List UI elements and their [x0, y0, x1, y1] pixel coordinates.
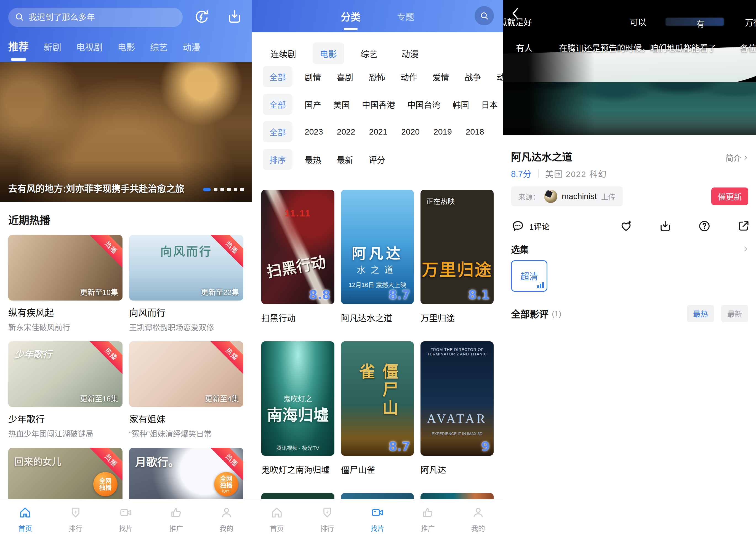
filter-year-all[interactable]: 全部 [263, 121, 293, 142]
show-card[interactable]: 热播 更新至10集 纵有疾风起 靳东宋佳破风前行 [8, 235, 123, 332]
chip-anime[interactable]: 动漫 [394, 43, 426, 64]
nav-promote[interactable]: 推广 [151, 499, 201, 536]
request-update-button[interactable]: 催更新 [711, 187, 748, 205]
movie-card[interactable]: 正在热映 万里归途 8.1 万里归途 [420, 190, 494, 324]
filter-option[interactable]: 动作 [401, 71, 417, 83]
movie-card[interactable]: 僵尸山雀 8.7 僵尸山雀 [341, 341, 414, 475]
comment-count[interactable]: 1评论 [529, 220, 550, 232]
tab-movies[interactable]: 电影 [118, 40, 135, 53]
filter-option[interactable]: 2020 [401, 127, 420, 137]
nav-promote[interactable]: 推广 [403, 499, 453, 536]
banner-dot[interactable] [227, 188, 231, 191]
search-icon[interactable] [475, 6, 494, 25]
nav-home[interactable]: 首页 [0, 499, 50, 536]
filter-option[interactable]: 2021 [369, 127, 388, 137]
favorite-heart-icon[interactable] [619, 219, 633, 233]
help-question-icon[interactable] [698, 219, 711, 233]
chip-variety[interactable]: 综艺 [353, 43, 385, 64]
uploader-box[interactable]: 来源： machinist 上传 [511, 186, 623, 206]
intro-link[interactable]: 简介 [726, 152, 749, 163]
episodes-row[interactable]: 选集 [511, 243, 750, 255]
nav-find[interactable]: 找片 [101, 499, 151, 536]
movie-card[interactable]: 鬼吹灯之 南海归墟 腾讯视频 · 极光TV 鬼吹灯之南海归墟 [261, 341, 335, 475]
show-card[interactable]: 向风而行 热播 更新至22集 向风而行 王凯谭松韵职场恋爱双修 [129, 235, 243, 332]
filter-option[interactable]: 恐怖 [369, 71, 385, 83]
history-icon[interactable] [193, 8, 210, 26]
filter-genre-all[interactable]: 全部 [263, 66, 293, 87]
show-card[interactable]: 少年歌行 热播 更新至16集 少年歌行 热血少年团闯江湖破谜局 [8, 341, 123, 439]
movie-poster[interactable]: 11.11 扫黑行动 8.8 [261, 190, 335, 304]
show-poster[interactable]: 向风而行 热播 更新至22集 [129, 235, 243, 301]
banner-dot[interactable] [240, 188, 244, 191]
filter-option[interactable]: 中国香港 [362, 98, 395, 110]
filter-region-all[interactable]: 全部 [263, 94, 293, 115]
filter-option[interactable]: 2019 [433, 127, 452, 137]
banner-dot[interactable] [220, 188, 224, 191]
filter-option[interactable]: 爱情 [433, 71, 449, 83]
hero-banner[interactable]: 去有风的地方:刘亦菲李现携手共赴治愈之旅 [0, 62, 252, 202]
nav-home[interactable]: 首页 [252, 499, 302, 536]
filter-option[interactable]: 喜剧 [337, 71, 353, 83]
banner-pagination[interactable] [203, 188, 244, 191]
sort-new-button[interactable]: 最新 [721, 305, 748, 322]
nav-ranking[interactable]: 排行 [50, 499, 100, 536]
movie-poster[interactable]: 僵尸山雀 8.7 [341, 341, 414, 456]
chip-movie[interactable]: 电影 [313, 43, 344, 64]
movie-card[interactable]: 阿凡达 水之道 12月16日 震撼大上映 8.7 阿凡达水之道 [341, 190, 414, 324]
search-bar[interactable] [8, 8, 183, 27]
nav-find[interactable]: 找片 [352, 499, 403, 536]
movie-poster[interactable]: 阿凡达 水之道 12月16日 震撼大上映 8.7 [341, 190, 414, 304]
quality-hd-button[interactable]: 超清 [511, 260, 547, 292]
tab-tv-series[interactable]: 电视剧 [76, 40, 103, 53]
filter-option[interactable]: 评分 [369, 153, 385, 165]
movie-card[interactable]: FROM THE DIRECTOR OF TERMINATOR 2 AND TI… [420, 341, 494, 475]
sort-hot-button[interactable]: 最热 [687, 305, 714, 322]
tab-new-drama[interactable]: 新剧 [44, 40, 61, 53]
banner-dot[interactable] [214, 188, 217, 191]
filter-option[interactable]: 2018 [466, 127, 484, 137]
nav-mine[interactable]: 我的 [201, 499, 252, 536]
download-icon[interactable] [658, 219, 672, 233]
filter-option[interactable]: 动画 [497, 71, 503, 83]
banner-dot[interactable] [234, 188, 237, 191]
show-poster[interactable]: 热播 更新至10集 [8, 235, 123, 301]
filter-option[interactable]: 美国 [333, 98, 350, 110]
filter-option[interactable]: 2022 [337, 127, 355, 137]
show-poster[interactable]: 热播 更新至4集 [129, 341, 243, 407]
tab-anime[interactable]: 动漫 [183, 40, 200, 53]
filter-option[interactable]: 2023 [305, 127, 323, 137]
back-icon[interactable] [510, 7, 522, 21]
uploader-avatar[interactable] [544, 190, 558, 203]
nav-mine[interactable]: 我的 [453, 499, 503, 536]
filter-option[interactable]: 剧情 [305, 71, 321, 83]
filter-option[interactable]: 韩国 [452, 98, 469, 110]
filter-option[interactable]: 最热 [305, 153, 321, 165]
filter-option[interactable]: 最新 [337, 153, 353, 165]
banner-dot-active[interactable] [203, 188, 211, 191]
movie-poster[interactable]: 正在热映 万里归途 8.1 [420, 190, 494, 304]
show-card[interactable]: 热播 更新至4集 家有姐妹 “冤种”姐妹演绎爆笑日常 [129, 341, 243, 439]
movie-card[interactable]: 11.11 扫黑行动 8.8 扫黑行动 [261, 190, 335, 324]
movie-poster[interactable]: 鬼吹灯之 南海归墟 腾讯视频 · 极光TV [261, 341, 335, 456]
video-tags: 美国 2022 科幻 [545, 167, 607, 180]
filter-option[interactable]: 战争 [465, 71, 481, 83]
search-input[interactable] [29, 13, 177, 22]
source-label: 来源： [518, 191, 540, 202]
tab-variety[interactable]: 综艺 [150, 40, 168, 53]
show-poster[interactable]: 少年歌行 热播 更新至16集 [8, 341, 123, 407]
tab-category[interactable]: 分类 [341, 9, 361, 23]
type-chip-row: 连续剧 电影 综艺 动漫 [263, 43, 426, 64]
tab-recommend[interactable]: 推荐 [8, 39, 29, 53]
filter-option[interactable]: 日本 [481, 98, 498, 110]
movie-poster[interactable]: FROM THE DIRECTOR OF TERMINATOR 2 AND TI… [420, 341, 494, 456]
filter-sort-label[interactable]: 排序 [263, 149, 293, 170]
filter-option[interactable]: 中国台湾 [407, 98, 440, 110]
chip-series[interactable]: 连续剧 [263, 43, 303, 64]
tab-topic[interactable]: 专题 [397, 10, 414, 22]
video-player[interactable]: 瓜就是好 可以 有 万德 有人 在腾讯还是预告的时候，咱们地瓜都能看了 各位 [503, 0, 756, 135]
filter-option[interactable]: 国产 [305, 98, 321, 110]
nav-ranking[interactable]: 排行 [302, 499, 352, 536]
comment-bubble-icon[interactable] [511, 219, 525, 233]
download-icon[interactable] [226, 8, 243, 26]
share-icon[interactable] [737, 219, 750, 233]
